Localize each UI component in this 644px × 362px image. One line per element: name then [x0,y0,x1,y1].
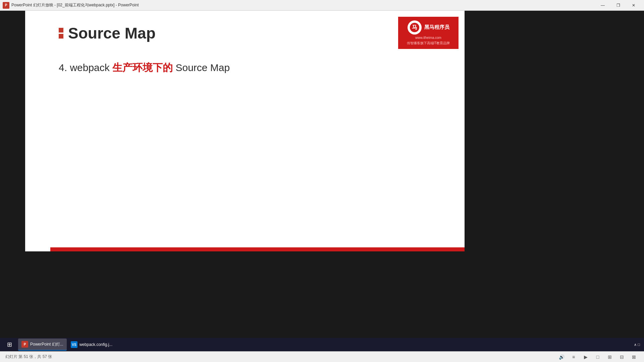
start-button[interactable]: ⊞ [1,338,17,351]
tray-icons: ∧ □ [634,343,640,347]
slide-header: Source Map [59,24,156,42]
slide-title: Source Map [68,24,156,42]
view-normal-icon[interactable]: ≡ [569,352,578,362]
close-button[interactable]: ✕ [626,0,641,11]
content-prefix: webpack [70,62,112,73]
slide-body: 4. webpack 生产环境下的 Source Map [59,61,230,75]
titlebar-left: P PowerPoint 幻灯片放映 - [02_前端工程化与webpack.p… [3,2,139,9]
taskbar: ⊞ P PowerPoint 幻灯... VS webpack.config.j… [0,338,644,351]
svg-text:VS: VS [72,343,76,347]
notes-icon[interactable]: 🔊 [557,352,566,362]
view-extra-icon[interactable]: ⊠ [629,352,639,362]
icon-square-top [59,28,63,33]
logo-tagline: 传智播客旗下高端IT教育品牌 [407,41,450,46]
content-line: 4. webpack 生产环境下的 Source Map [59,61,230,75]
view-reading-icon[interactable]: □ [593,352,602,362]
view-grid-icon[interactable]: ⊞ [605,352,614,362]
icon-square-bottom [59,34,63,39]
view-slideshow-icon[interactable]: ▶ [581,352,590,362]
brand-logo: 马 黑马程序员 www.itheima.com 传智播客旗下高端IT教育品牌 [398,17,459,49]
right-panel [465,11,644,338]
brand-name: 黑马程序员 [424,24,449,31]
title-bar: P PowerPoint 幻灯片放映 - [02_前端工程化与webpack.p… [0,0,644,11]
svg-text:马: 马 [412,24,417,30]
slide-info: 幻灯片 第 51 张，共 57 张 [5,354,52,360]
statusbar-controls[interactable]: 🔊 ≡ ▶ □ ⊞ ⊟ ⊠ [557,352,639,362]
taskbar-item-vscode[interactable]: VS webpack.config.j... [67,339,116,351]
taskbar-item-ppt-label: PowerPoint 幻灯... [30,342,63,347]
content-highlight: 生产环境下的 [112,62,173,73]
view-master-icon[interactable]: ⊟ [617,352,627,362]
taskbar-item-vscode-label: webpack.config.j... [79,342,113,347]
logo-icon: 马 [408,20,422,35]
header-icon [59,28,63,39]
ppt-icon: P [21,341,28,348]
status-bar: 幻灯片 第 51 张，共 57 张 🔊 ≡ ▶ □ ⊞ ⊟ ⊠ [0,351,644,362]
logo-top-row: 马 黑马程序员 [408,20,449,35]
powerpoint-taskbar-icon: P [21,341,28,348]
logo-url: www.itheima.com [415,36,441,40]
app-icon: P [3,2,9,9]
slide-content: Source Map 马 黑马程序员 www.itheima.com 传智播客旗… [25,11,465,251]
left-panel [0,11,25,338]
slide-container: Source Map 马 黑马程序员 www.itheima.com 传智播客旗… [25,11,465,251]
window-title: PowerPoint 幻灯片放映 - [02_前端工程化与webpack.ppt… [11,2,139,8]
vscode-taskbar-icon: VS [71,341,77,348]
taskbar-right: ∧ □ [634,343,643,347]
horse-svg: 马 [410,22,420,33]
vscode-svg: VS [71,341,77,348]
restore-button[interactable]: ❐ [610,0,626,11]
window-controls[interactable]: — ❐ ✕ [595,0,641,11]
slide-bottom-bar [50,247,465,251]
minimize-button[interactable]: — [595,0,610,11]
content-suffix: Source Map [175,62,230,73]
taskbar-item-powerpoint[interactable]: P PowerPoint 幻灯... [18,339,67,351]
content-number: 4. [59,62,67,73]
